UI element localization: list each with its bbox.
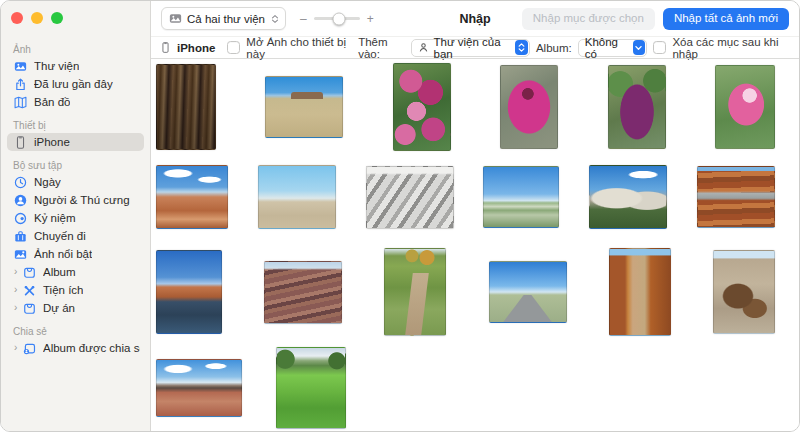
photos-app-window: ẢnhThư việnĐã lưu gần đâyBản đồThiết bịi… bbox=[0, 0, 800, 432]
person-icon bbox=[418, 42, 429, 53]
photo-thumbnail-bw-canyon[interactable] bbox=[366, 166, 454, 229]
import-selected-button[interactable]: Nhập mục được chọn bbox=[522, 8, 655, 30]
project-box-icon bbox=[23, 302, 37, 315]
photo-thumbnail-pink-flower[interactable] bbox=[715, 65, 775, 149]
shared-album-icon bbox=[23, 342, 37, 355]
sidebar-item-project-box[interactable]: ›Dự án bbox=[7, 299, 144, 317]
photo-thumbnail-tree-bark[interactable] bbox=[156, 64, 216, 150]
add-to-label: Thêm vào: bbox=[358, 36, 405, 60]
photo-thumbnail-desert-plain[interactable] bbox=[258, 165, 336, 229]
window-controls bbox=[1, 1, 150, 35]
photo-thumbnail-orchids[interactable] bbox=[393, 63, 451, 151]
photo-thumbnail-green-plain[interactable] bbox=[483, 166, 559, 228]
sidebar-item-photos[interactable]: Thư viện bbox=[7, 57, 144, 75]
featured-photo-icon bbox=[14, 248, 28, 261]
sidebar-item-label: Kỷ niệm bbox=[34, 212, 76, 225]
sidebar-section-title: Thiết bị bbox=[1, 111, 150, 133]
suitcase-icon bbox=[14, 230, 28, 243]
zoom-slider-thumb[interactable] bbox=[333, 12, 346, 25]
photo-thumbnail-redrock-cliff[interactable] bbox=[697, 166, 775, 228]
minimize-button[interactable] bbox=[31, 12, 43, 24]
sidebar-item-label: Chuyến đi bbox=[34, 230, 86, 243]
content-area: Cả hai thư viện – + Nhập Nhập mục được c… bbox=[151, 1, 799, 431]
disclosure-chevron-icon[interactable]: › bbox=[14, 267, 23, 277]
open-photos-checkbox[interactable] bbox=[227, 41, 240, 54]
clock-icon bbox=[14, 176, 28, 189]
map-icon bbox=[14, 96, 28, 109]
photo-grid-row bbox=[156, 164, 775, 230]
sidebar-item-people[interactable]: Người & Thú cưng bbox=[7, 191, 144, 209]
library-selector[interactable]: Cả hai thư viện bbox=[161, 7, 286, 30]
zoom-in-button[interactable]: + bbox=[367, 14, 374, 24]
zoom-slider-track[interactable] bbox=[314, 17, 360, 20]
sidebar-item-memories[interactable]: Kỷ niệm bbox=[7, 209, 144, 227]
photo-grid bbox=[151, 63, 799, 430]
sidebar-item-label: Album bbox=[43, 266, 76, 279]
album-box-icon bbox=[23, 266, 37, 279]
people-icon bbox=[14, 194, 28, 207]
sidebar-item-utilities[interactable]: ›Tiện ích bbox=[7, 281, 144, 299]
photo-thumbnail-rock-reflection[interactable] bbox=[156, 250, 222, 334]
sidebar-item-label: Album được chia sẻ bbox=[43, 342, 140, 355]
sidebar-item-label: Thư viện bbox=[34, 60, 79, 73]
iphone-icon bbox=[14, 136, 28, 149]
sidebar-item-label: Bản đồ bbox=[34, 96, 70, 109]
import-all-button[interactable]: Nhập tất cả ảnh mới bbox=[663, 8, 789, 30]
zoom-window-button[interactable] bbox=[51, 12, 63, 24]
chevron-up-down-icon bbox=[515, 40, 528, 55]
device-name: iPhone bbox=[177, 42, 215, 54]
photo-thumbnail-magenta-tulip[interactable] bbox=[500, 65, 558, 149]
sidebar-item-featured-photo[interactable]: Ảnh nổi bật bbox=[7, 245, 144, 263]
disclosure-chevron-icon[interactable]: › bbox=[14, 303, 23, 313]
photo-thumbnail-bryce-canyon[interactable] bbox=[156, 165, 228, 229]
disclosure-chevron-icon[interactable]: › bbox=[14, 343, 23, 353]
zoom-out-button[interactable]: – bbox=[300, 14, 307, 24]
chevron-down-icon bbox=[633, 40, 646, 55]
photos-icon bbox=[14, 60, 28, 73]
sidebar-item-label: Người & Thú cưng bbox=[34, 194, 130, 207]
photos-icon bbox=[169, 12, 182, 25]
photo-thumbnail-grand-canyon[interactable] bbox=[264, 261, 342, 324]
sidebar-item-iphone[interactable]: iPhone bbox=[7, 133, 144, 151]
delete-after-import-label: Xóa các mục sau khi nhập bbox=[672, 36, 790, 60]
photo-thumbnail-petrified-wood[interactable] bbox=[713, 250, 775, 334]
share-icon bbox=[14, 78, 28, 91]
add-to-dropdown[interactable]: Thư viện của bạn bbox=[411, 39, 529, 57]
iphone-icon bbox=[160, 41, 171, 54]
photo-thumbnail-painted-desert[interactable] bbox=[156, 359, 242, 417]
sidebar-item-share[interactable]: Đã lưu gần đây bbox=[7, 75, 144, 93]
sidebar-section-title: Chia sẻ bbox=[1, 317, 150, 339]
photo-thumbnail-canyon-road[interactable] bbox=[609, 248, 671, 336]
photo-thumbnail-grass-butte[interactable] bbox=[265, 76, 343, 138]
photo-thumbnail-zion-domes[interactable] bbox=[589, 165, 667, 229]
photo-thumbnail-stream-valley[interactable] bbox=[384, 248, 446, 336]
library-selector-value: Cả hai thư viện bbox=[187, 13, 265, 25]
sidebar-item-label: Dự án bbox=[43, 302, 75, 315]
sidebar-item-clock[interactable]: Ngày bbox=[7, 173, 144, 191]
open-photos-label: Mở Ảnh cho thiết bị này bbox=[246, 36, 352, 60]
photo-grid-row bbox=[156, 346, 775, 430]
sidebar-section-title: Ảnh bbox=[1, 35, 150, 57]
sidebar-item-map[interactable]: Bản đồ bbox=[7, 93, 144, 111]
photo-thumbnail-purple-tulip[interactable] bbox=[608, 65, 666, 149]
delete-after-import-checkbox[interactable] bbox=[653, 41, 666, 54]
sidebar-item-album-box[interactable]: ›Album bbox=[7, 263, 144, 281]
add-to-value: Thư viện của bạn bbox=[433, 36, 509, 60]
sidebar-item-label: iPhone bbox=[34, 136, 70, 149]
sidebar: ẢnhThư việnĐã lưu gần đâyBản đồThiết bịi… bbox=[1, 1, 151, 431]
photo-thumbnail-road-plain[interactable] bbox=[489, 261, 567, 323]
sidebar-item-suitcase[interactable]: Chuyến đi bbox=[7, 227, 144, 245]
disclosure-chevron-icon[interactable]: › bbox=[14, 285, 23, 295]
photo-thumbnail-green-meadow[interactable] bbox=[276, 347, 346, 429]
photo-grid-row bbox=[156, 63, 775, 151]
sidebar-item-shared-album[interactable]: ›Album được chia sẻ bbox=[7, 339, 144, 357]
chevron-up-down-icon bbox=[270, 13, 280, 25]
sidebar-item-label: Ảnh nổi bật bbox=[34, 248, 92, 261]
album-dropdown[interactable]: Không có bbox=[578, 39, 648, 57]
toolbar: Cả hai thư viện – + Nhập Nhập mục được c… bbox=[151, 1, 799, 37]
close-button[interactable] bbox=[11, 12, 23, 24]
memories-icon bbox=[14, 212, 28, 225]
album-label: Album: bbox=[536, 42, 572, 54]
utilities-icon bbox=[23, 284, 37, 297]
sidebar-item-label: Tiện ích bbox=[43, 284, 83, 297]
